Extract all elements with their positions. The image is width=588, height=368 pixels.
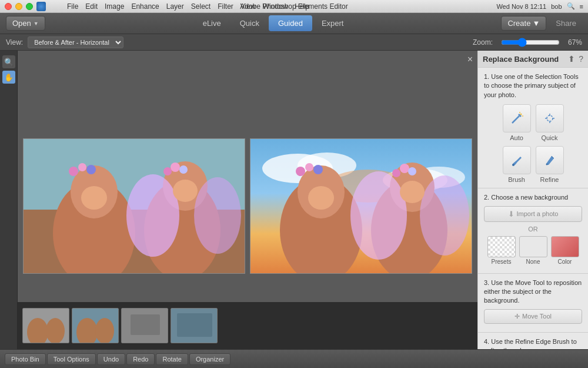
tab-guided[interactable]: Guided bbox=[269, 15, 312, 31]
step-1-section: 1. Use one of the Selection Tools to cho… bbox=[478, 68, 588, 188]
open-button[interactable]: Open ▼ bbox=[6, 16, 45, 31]
organizer-button[interactable]: Organizer bbox=[189, 353, 230, 365]
search-icon[interactable]: 🔍 bbox=[567, 2, 575, 10]
titlebar: File Edit Image Enhance Layer Select Fil… bbox=[0, 0, 588, 13]
svg-point-31 bbox=[408, 167, 416, 175]
none-thumbnail bbox=[519, 236, 547, 257]
thumbnail-4[interactable] bbox=[171, 308, 218, 343]
upload-icon[interactable]: ⬆ bbox=[568, 54, 575, 64]
svg-point-52 bbox=[546, 164, 547, 165]
wand-icon bbox=[510, 111, 524, 125]
brush-tool-button[interactable]: Brush bbox=[503, 146, 531, 183]
hand-tool[interactable]: ✋ bbox=[2, 71, 15, 84]
username: bob bbox=[551, 3, 562, 10]
tool-options-button[interactable]: Tool Options bbox=[47, 353, 96, 365]
color-label: Color bbox=[558, 258, 572, 265]
or-divider: OR bbox=[484, 226, 582, 233]
auto-tool-button[interactable]: Auto bbox=[503, 104, 531, 141]
svg-point-50 bbox=[547, 115, 553, 121]
window-controls[interactable] bbox=[5, 3, 33, 10]
panel-title: Replace Background bbox=[483, 55, 559, 64]
close-canvas-button[interactable]: × bbox=[467, 54, 473, 65]
refine-tool-label: Refine bbox=[540, 176, 559, 183]
svg-point-11 bbox=[179, 165, 188, 174]
replaced-photo-svg bbox=[250, 139, 472, 274]
menu-enhance[interactable]: Enhance bbox=[131, 2, 159, 11]
view-select[interactable]: Before & After - Horizontal Before & Aft… bbox=[28, 37, 123, 48]
zoom-percent: 67% bbox=[568, 38, 582, 47]
menu-edit[interactable]: Edit bbox=[85, 2, 98, 11]
notifications-icon[interactable]: ≡ bbox=[580, 3, 583, 10]
import-photo-button[interactable]: ⬇ Import a photo bbox=[484, 206, 582, 222]
svg-point-9 bbox=[163, 167, 172, 175]
svg-point-51 bbox=[512, 164, 514, 166]
selection-tools-grid: Auto Quick bbox=[484, 104, 582, 141]
minimize-window-button[interactable] bbox=[15, 3, 22, 10]
photo-bin-button[interactable]: Photo Bin bbox=[5, 353, 46, 365]
presets-option[interactable]: Presets bbox=[487, 236, 516, 265]
tab-quick[interactable]: Quick bbox=[230, 15, 269, 31]
panel-header: Replace Background ⬆ ? bbox=[478, 51, 588, 68]
svg-point-49 bbox=[519, 112, 520, 113]
before-photo bbox=[23, 138, 245, 274]
thumbnail-3[interactable] bbox=[121, 308, 168, 343]
step-2-text: 2. Choose a new background bbox=[484, 193, 582, 202]
svg-rect-43 bbox=[131, 314, 160, 335]
quick-select-icon bbox=[543, 111, 557, 125]
menu-filter[interactable]: Filter bbox=[218, 2, 233, 11]
canvas-area: × bbox=[18, 51, 477, 349]
maximize-window-button[interactable] bbox=[26, 3, 33, 10]
refine-tool-button[interactable]: Refine bbox=[536, 146, 564, 183]
auto-tool-label: Auto bbox=[510, 134, 523, 141]
thumbnail-bar bbox=[18, 302, 477, 349]
svg-point-30 bbox=[400, 164, 409, 173]
svg-point-38 bbox=[46, 318, 65, 343]
tab-elive[interactable]: eLive bbox=[193, 15, 230, 31]
move-tool-icon: ✛ bbox=[514, 313, 520, 320]
redo-button[interactable]: Redo bbox=[126, 353, 155, 365]
panel-header-icons[interactable]: ⬆ ? bbox=[568, 54, 583, 64]
zoom-tool[interactable]: 🔍 bbox=[2, 55, 15, 68]
share-button[interactable]: Share bbox=[550, 16, 582, 30]
svg-point-15 bbox=[173, 180, 198, 202]
create-button[interactable]: Create ▼ bbox=[501, 16, 546, 31]
images-container bbox=[23, 138, 472, 274]
svg-point-41 bbox=[95, 318, 114, 343]
tab-expert[interactable]: Expert bbox=[312, 15, 353, 31]
presets-thumbnail bbox=[487, 236, 516, 257]
original-image bbox=[24, 139, 245, 273]
color-option[interactable]: Color bbox=[551, 236, 579, 265]
svg-rect-45 bbox=[177, 313, 212, 337]
menu-file[interactable]: File bbox=[67, 2, 78, 11]
app-icon bbox=[36, 2, 46, 11]
brush-tools-grid: Brush Refine bbox=[484, 146, 582, 183]
thumbnail-1[interactable] bbox=[22, 308, 69, 343]
svg-point-12 bbox=[126, 174, 179, 257]
quick-tool-icon bbox=[536, 104, 564, 132]
menu-image[interactable]: Image bbox=[105, 2, 124, 11]
svg-point-6 bbox=[69, 167, 78, 176]
zoom-slider[interactable] bbox=[501, 38, 560, 47]
undo-button[interactable]: Undo bbox=[97, 353, 125, 365]
svg-point-47 bbox=[520, 114, 522, 115]
brush-tool-label: Brush bbox=[508, 176, 525, 183]
quick-tool-label: Quick bbox=[541, 134, 557, 141]
move-tool-button[interactable]: ✛ Move Tool bbox=[484, 309, 582, 324]
none-option[interactable]: None bbox=[519, 236, 547, 265]
presets-row: Presets None Color bbox=[484, 236, 582, 265]
quick-tool-button[interactable]: Quick bbox=[536, 104, 564, 141]
app-title: Adobe Photoshop Elements Editor bbox=[240, 2, 348, 11]
menu-select[interactable]: Select bbox=[191, 2, 211, 11]
menu-layer[interactable]: Layer bbox=[166, 2, 184, 11]
brush-icon bbox=[510, 153, 524, 167]
step-1-text: 1. Use one of the Selection Tools to cho… bbox=[484, 72, 582, 100]
help-icon[interactable]: ? bbox=[579, 54, 583, 64]
original-photo-svg bbox=[24, 139, 245, 274]
svg-line-46 bbox=[512, 116, 519, 123]
close-window-button[interactable] bbox=[5, 3, 12, 10]
thumbnail-2[interactable] bbox=[72, 308, 119, 343]
rotate-button[interactable]: Rotate bbox=[156, 353, 188, 365]
auto-tool-icon bbox=[503, 104, 531, 132]
step-4-section: 4. Use the Refine Edge Brush to soften t… bbox=[478, 333, 588, 349]
open-dropdown-arrow[interactable]: ▼ bbox=[34, 21, 39, 26]
